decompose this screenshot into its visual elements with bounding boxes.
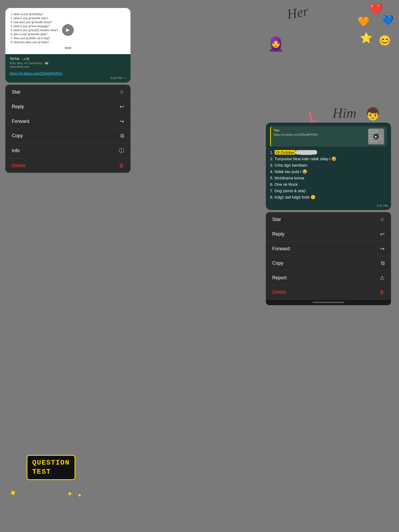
quoted-sender: You [274, 128, 318, 132]
tiktok-likes: 8181 likes, 47 comments. "🐵" [10, 62, 126, 65]
tiktok-sender: TikTok · 𝒜 ⚙ [10, 57, 126, 61]
dots-decoration-1: • • [323, 31, 332, 38]
him-label: Him [332, 105, 356, 121]
him-mini-play: ▶ [373, 134, 379, 139]
copy-icon: ⧉ [120, 133, 124, 139]
him-quoted-left: You https://vt.tiktok.com/ZSNxMFKRG/ [274, 128, 318, 136]
him-message-time: 9:51 PM [266, 203, 391, 210]
right-star-icon: ☆ [380, 216, 385, 223]
left-message-time: 9:46 PM ✓✓ [5, 75, 131, 83]
left-menu-copy[interactable]: Copy ⧉ [5, 129, 131, 143]
info-label: Info [12, 148, 20, 154]
question-sticker: QUESTION TEST [27, 455, 75, 480]
forward-label: Forward [12, 119, 29, 124]
left-context-menu: Star ☆ Reply ↩ Forward ↪ Copy ⧉ Info ⓘ D… [5, 85, 131, 173]
right-report-label: Report [272, 275, 287, 281]
him-quoted-thumbnail: is your gf birthday?favorite color?handl… [368, 128, 384, 144]
copy-label: Copy [12, 133, 23, 139]
him-a6: 6. One ok Rock [270, 181, 387, 188]
more-indicator: >>> [11, 45, 125, 51]
q1: 1. when is your gf birthday? [11, 12, 125, 16]
left-menu-star[interactable]: Star ☆ [5, 85, 131, 99]
him-a7: 7. Dog (amoi & otai) [270, 188, 387, 194]
sparkle-left-icon: ✦ [7, 487, 18, 499]
right-delete-icon: 🗑 [379, 289, 385, 295]
delete-icon: 🗑 [119, 163, 124, 169]
tiktok-site: www.tiktok.com [10, 65, 126, 68]
right-panel: You https://vt.tiktok.com/ZSNxMFKRG/ is … [266, 123, 391, 305]
left-menu-forward[interactable]: Forward ↪ [5, 114, 131, 129]
reply-label: Reply [12, 104, 24, 110]
her-label: Her [286, 3, 310, 22]
info-icon: ⓘ [119, 147, 124, 154]
him-a2: 2. Turquoise blue kalo ndak silap i 😂 [270, 156, 387, 162]
star-icon: ☆ [119, 89, 124, 95]
right-forward-label: Forward [272, 246, 290, 252]
him-a4: 4. Ndak tau pula i 😂 [270, 168, 387, 175]
avatar-him: 👦 [365, 107, 380, 121]
tiktok-link[interactable]: https://vt.tiktok.com/ZSNxMFKRG/ [5, 70, 131, 75]
play-button[interactable]: ▶ [62, 24, 74, 36]
right-menu-star[interactable]: Star ☆ [266, 212, 391, 227]
sticker-line2: TEST [32, 467, 70, 477]
q7: 7. does your gf prefer cat or dog? [11, 36, 125, 40]
right-menu-delete[interactable]: Delete 🗑 [266, 285, 391, 300]
left-message-bubble: 1. when is your gf birthday? 2. what is … [5, 8, 131, 83]
heart-red-emoji: ❤️ [369, 3, 383, 16]
sparkle-right2-icon: ✦ [77, 492, 82, 499]
reply-icon: ↩ [120, 103, 124, 110]
highlight-date: 19 October [275, 150, 295, 155]
right-reply-label: Reply [272, 231, 284, 237]
him-message-bubble: You https://vt.tiktok.com/ZSNxMFKRG/ is … [266, 123, 391, 210]
left-panel: 1. when is your gf birthday? 2. what is … [5, 8, 131, 173]
quoted-text: https://vt.tiktok.com/ZSNxMFKRG/ [274, 133, 318, 136]
right-menu-forward[interactable]: Forward ↪ [266, 241, 391, 256]
right-context-menu: Star ☆ Reply ↩ Forward ↪ Copy ⧉ Report ⚠… [266, 212, 391, 305]
him-a1: 1. 19 October████ [270, 149, 387, 156]
right-menu-copy[interactable]: Copy ⧉ [266, 256, 391, 271]
sticker-line1: QUESTION [32, 458, 70, 467]
right-star-label: Star [272, 217, 281, 222]
right-copy-label: Copy [272, 260, 283, 266]
tiktok-meta: TikTok · 𝒜 ⚙ 8181 likes, 47 comments. "🐵… [5, 54, 131, 70]
tiktok-preview: 1. when is your gf birthday? 2. what is … [5, 8, 131, 54]
star-emoji: ⭐ [360, 32, 372, 44]
left-menu-reply[interactable]: Reply ↩ [5, 99, 131, 114]
him-quoted-message: You https://vt.tiktok.com/ZSNxMFKRG/ is … [270, 126, 387, 147]
right-menu-reply[interactable]: Reply ↩ [266, 227, 391, 241]
him-answers: 1. 19 October████ 2. Turquoise blue kalo… [270, 149, 387, 200]
him-a5: 5. Mci/drama korea [270, 175, 387, 181]
left-menu-info[interactable]: Info ⓘ [5, 143, 131, 159]
q3: 3. how does your gf handle stress? [11, 20, 125, 24]
sparkle-right-icon: ✦ [66, 489, 74, 499]
him-a8: 8. Kdg2 awl kdg2 lmbt 🙂 [270, 194, 387, 200]
him-a3: 3. Crita dgn bambam [270, 162, 387, 168]
q8: 8. what time does your gf sleep? [11, 40, 125, 44]
right-report-icon: ⚠ [380, 275, 385, 281]
left-menu-delete[interactable]: Delete 🗑 [5, 159, 131, 173]
right-reply-icon: ↩ [380, 231, 385, 237]
q2: 2. what is your gf favorite color? [11, 16, 125, 20]
avatar-her: 🧕 [267, 36, 284, 52]
star-label: Star [12, 89, 21, 95]
right-menu-report[interactable]: Report ⚠ [266, 271, 391, 285]
right-delete-label: Delete [272, 289, 286, 295]
home-indicator [312, 302, 344, 303]
heart-blue-emoji: 💙 [382, 15, 394, 26]
heart-orange-emoji: 🧡 [358, 16, 370, 27]
right-copy-icon: ⧉ [381, 260, 385, 266]
right-forward-icon: ↪ [380, 245, 385, 252]
smile-emoji: 😊 [378, 35, 391, 46]
forward-icon: ↪ [120, 118, 124, 124]
delete-label: Delete [12, 163, 26, 168]
him-bubble-inner: You https://vt.tiktok.com/ZSNxMFKRG/ is … [266, 123, 391, 203]
